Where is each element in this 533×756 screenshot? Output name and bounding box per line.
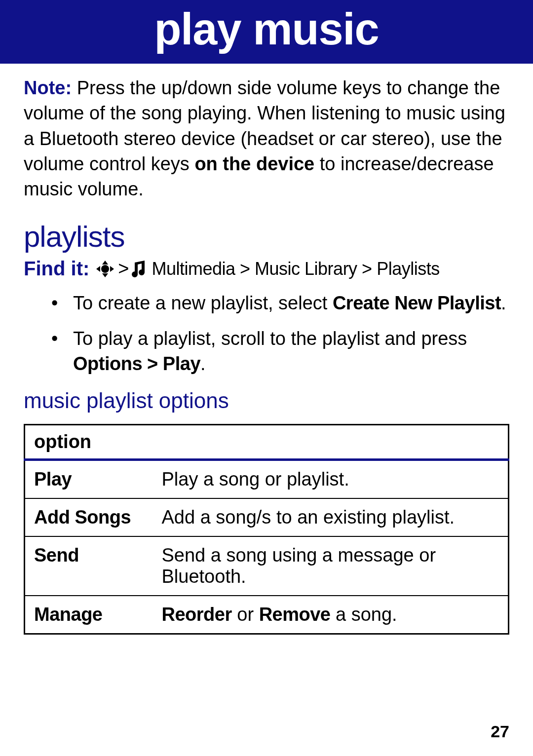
svg-point-4 [101, 265, 109, 273]
option-name: Play [25, 460, 153, 499]
bullet-post: . [200, 353, 206, 374]
options-table: option Play Play a song or playlist. Add… [24, 424, 509, 635]
page-header: play music [0, 0, 533, 64]
bullet-pre: To create a new playlist, select [73, 293, 333, 313]
svg-marker-3 [110, 266, 114, 272]
option-desc: Play a song or playlist. [153, 460, 509, 499]
find-it-path: Multimedia > Music Library > Playlists [152, 259, 439, 279]
table-header-option: option [25, 425, 509, 460]
note-paragraph: Note: Press the up/down side volume keys… [24, 76, 509, 202]
note-bold: on the device [194, 153, 314, 174]
page-title: play music [154, 4, 379, 54]
option-desc: Add a song/s to an existing playlist. [153, 498, 509, 536]
find-it-label: Find it: [24, 258, 89, 280]
bullet-pre: To play a playlist, scroll to the playli… [73, 328, 467, 349]
bullet-bold: Options > Play [73, 353, 200, 374]
bullet-bold: Create New Playlist [333, 293, 501, 313]
svg-marker-0 [102, 261, 108, 265]
subheading-music-playlist-options: music playlist options [24, 388, 509, 413]
table-row: Manage Reorder or Remove a song. [25, 596, 509, 634]
page-number: 27 [491, 722, 509, 741]
bullet-item: To create a new playlist, select Create … [51, 291, 509, 316]
page-content: Note: Press the up/down side volume keys… [0, 64, 533, 635]
option-name: Send [25, 536, 153, 596]
section-heading-playlists: playlists [24, 220, 509, 254]
table-row: Add Songs Add a song/s to an existing pl… [25, 498, 509, 536]
option-desc: Send a song using a message or Bluetooth… [153, 536, 509, 596]
bullet-item: To play a playlist, scroll to the playli… [51, 326, 509, 377]
option-name: Add Songs [25, 498, 153, 536]
svg-marker-1 [102, 273, 108, 277]
option-desc: Reorder or Remove a song. [153, 596, 509, 634]
find-it-line: Find it: > Multimedia > Music Library > … [24, 258, 509, 280]
svg-marker-2 [96, 266, 100, 272]
table-row: Play Play a song or playlist. [25, 460, 509, 499]
gt-1: > [118, 258, 129, 279]
playlist-bullets: To create a new playlist, select Create … [51, 291, 509, 377]
option-name: Manage [25, 596, 153, 634]
multimedia-icon [132, 260, 149, 278]
note-label: Note: [24, 77, 72, 98]
nav-key-icon [95, 260, 115, 278]
bullet-post: . [501, 293, 506, 313]
table-row: Send Send a song using a message or Blue… [25, 536, 509, 596]
